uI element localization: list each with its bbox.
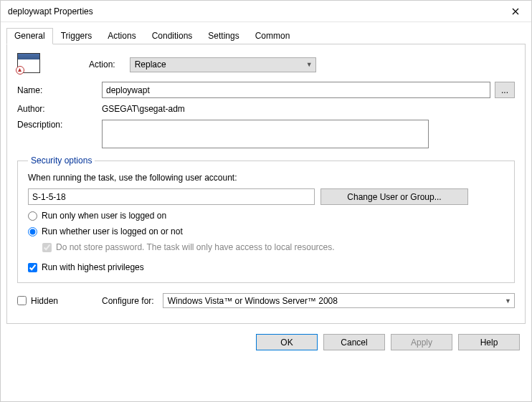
check-no-store-password-input <box>42 243 52 252</box>
browse-button[interactable]: ... <box>495 82 515 98</box>
close-icon <box>512 8 519 15</box>
chevron-down-icon: ▼ <box>505 297 511 305</box>
radio-run-whether[interactable]: Run whether user is logged on or not <box>28 226 504 236</box>
configure-for-label: Configure for: <box>102 296 154 306</box>
apply-button[interactable]: Apply <box>391 334 452 350</box>
check-no-store-password: Do not store password. The task will onl… <box>42 242 504 252</box>
chevron-down-icon: ▼ <box>306 61 313 68</box>
change-user-button[interactable]: Change User or Group... <box>320 188 468 205</box>
tab-triggers[interactable]: Triggers <box>53 28 100 44</box>
action-dropdown[interactable]: Replace ▼ <box>130 57 316 72</box>
tab-actions[interactable]: Actions <box>100 28 143 44</box>
check-hidden-input[interactable] <box>17 296 27 305</box>
check-highest-privileges-input[interactable] <box>28 263 37 272</box>
check-hidden[interactable]: Hidden <box>17 296 102 306</box>
name-input[interactable] <box>102 82 490 98</box>
description-label: Description: <box>17 120 62 130</box>
tab-conditions[interactable]: Conditions <box>144 28 201 44</box>
window-title: deploywapt Properties <box>8 6 93 16</box>
titlebar: deploywapt Properties <box>1 1 531 22</box>
help-button[interactable]: Help <box>458 334 520 350</box>
action-dropdown-value: Replace <box>135 59 166 70</box>
tab-general[interactable]: General <box>6 28 53 44</box>
task-icon <box>17 53 40 73</box>
ok-button[interactable]: OK <box>256 334 318 350</box>
radio-run-logged-on[interactable]: Run only when user is logged on <box>28 211 504 221</box>
description-input[interactable] <box>102 120 429 148</box>
radio-run-logged-on-input[interactable] <box>28 211 37 221</box>
radio-run-whether-input[interactable] <box>28 227 37 236</box>
security-legend: Security options <box>28 155 95 166</box>
security-prompt: When running the task, use the following… <box>28 173 504 183</box>
task-icon-badge <box>16 66 24 75</box>
tab-settings[interactable]: Settings <box>200 28 247 44</box>
task-icon-col <box>17 53 89 76</box>
dialog-buttons: OK Cancel Apply Help <box>6 324 526 350</box>
cancel-button[interactable]: Cancel <box>323 334 385 350</box>
author-label: Author: <box>17 104 45 114</box>
tab-common[interactable]: Common <box>247 28 298 44</box>
author-value: GSEGAT\gsegat-adm <box>102 104 185 114</box>
action-label: Action: <box>89 59 115 70</box>
account-display: S-1-5-18 <box>28 188 315 205</box>
configure-for-value: Windows Vista™ or Windows Server™ 2008 <box>168 296 338 306</box>
tab-panel-general: Action: Replace ▼ Name: ... Author: GSEG… <box>6 44 526 324</box>
tab-strip: General Triggers Actions Conditions Sett… <box>6 28 526 44</box>
close-button[interactable] <box>499 1 531 22</box>
configure-for-dropdown[interactable]: Windows Vista™ or Windows Server™ 2008 ▼ <box>163 293 515 308</box>
security-options-group: Security options When running the task, … <box>17 155 515 283</box>
check-highest-privileges[interactable]: Run with highest privileges <box>28 262 504 272</box>
name-label: Name: <box>17 85 42 95</box>
